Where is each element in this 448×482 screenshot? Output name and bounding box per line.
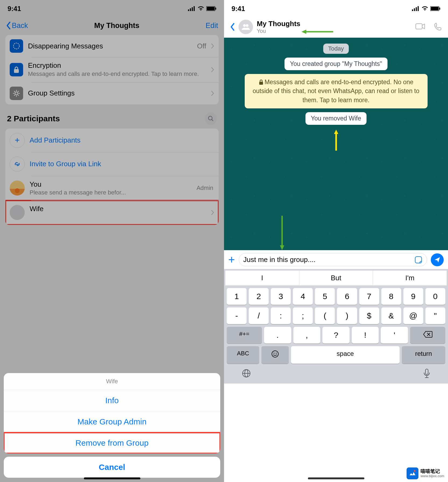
svg-rect-14: [416, 7, 417, 11]
key[interactable]: -: [227, 307, 247, 324]
svg-point-19: [243, 24, 246, 27]
key[interactable]: @: [403, 307, 423, 324]
wifi-icon: [421, 6, 428, 11]
key[interactable]: 2: [249, 288, 269, 305]
message-input-text: Just me in this group....: [243, 256, 316, 264]
chat-subtitle: You: [257, 28, 411, 34]
annotation-arrow-green-down: [279, 215, 285, 250]
svg-rect-17: [431, 7, 439, 10]
svg-point-37: [414, 470, 415, 472]
svg-rect-18: [439, 8, 440, 10]
keyboard-row: ABC space return: [225, 343, 447, 364]
keyboard-footer: [225, 364, 447, 381]
back-button[interactable]: [230, 23, 235, 31]
key[interactable]: .: [264, 327, 291, 343]
system-message-created: You created group "My Thoughts": [285, 58, 387, 70]
message-input[interactable]: Just me in this group....: [239, 253, 427, 266]
chat-title: My Thoughts: [257, 20, 411, 28]
action-sheet: Wife Info Make Group Admin Remove from G…: [0, 370, 224, 482]
suggestion[interactable]: I: [225, 271, 299, 285]
key-emoji[interactable]: [261, 346, 289, 364]
key[interactable]: ,: [293, 327, 321, 343]
group-icon: [241, 23, 250, 30]
key[interactable]: (: [315, 307, 335, 324]
send-icon: [434, 256, 441, 263]
key[interactable]: 0: [425, 288, 445, 305]
sheet-cancel-button[interactable]: Cancel: [4, 457, 220, 478]
battery-icon: [430, 6, 440, 11]
svg-rect-24: [259, 82, 263, 85]
key[interactable]: 8: [381, 288, 401, 305]
emoji-icon: [271, 350, 279, 358]
watermark-title: 嘻嘻笔记: [421, 469, 444, 474]
sticker-icon[interactable]: [414, 256, 422, 264]
suggestion[interactable]: I'm: [373, 271, 447, 285]
attach-button[interactable]: +: [228, 253, 235, 266]
svg-marker-26: [334, 130, 338, 134]
key-backspace[interactable]: [410, 327, 445, 343]
chat-area[interactable]: Today You created group "My Thoughts" Me…: [224, 38, 448, 250]
key[interactable]: 6: [337, 288, 357, 305]
sheet-info-button[interactable]: Info: [4, 390, 220, 411]
key[interactable]: /: [249, 307, 269, 324]
svg-marker-28: [280, 245, 284, 250]
date-pill: Today: [323, 44, 349, 54]
chat-header: My Thoughts You: [224, 16, 448, 38]
key[interactable]: ': [381, 327, 408, 343]
key[interactable]: 4: [293, 288, 313, 305]
group-avatar[interactable]: [239, 20, 253, 34]
key[interactable]: &: [381, 307, 401, 324]
svg-rect-29: [415, 257, 422, 263]
message-input-bar: + Just me in this group....: [224, 250, 448, 269]
home-indicator[interactable]: [308, 477, 364, 479]
key-abc[interactable]: ABC: [227, 346, 259, 364]
sheet-remove-button[interactable]: Remove from Group: [4, 433, 220, 453]
key[interactable]: :: [271, 307, 291, 324]
svg-rect-36: [425, 369, 428, 374]
watermark: 嘻嘻笔记 www.bijixx.com: [407, 467, 444, 479]
key[interactable]: 9: [403, 288, 423, 305]
dictation-button[interactable]: [423, 368, 431, 379]
chat-title-area[interactable]: My Thoughts You: [257, 20, 411, 34]
backspace-icon: [423, 331, 433, 338]
svg-point-32: [276, 353, 277, 354]
key[interactable]: 7: [359, 288, 379, 305]
key-return[interactable]: return: [402, 346, 445, 364]
key[interactable]: $: [359, 307, 379, 324]
home-indicator[interactable]: [84, 477, 140, 479]
key[interactable]: ;: [293, 307, 313, 324]
encryption-notice[interactable]: Messages and calls are end-to-end encryp…: [245, 74, 428, 108]
key[interactable]: 1: [227, 288, 247, 305]
key-symbols[interactable]: #+=: [227, 327, 262, 343]
send-button[interactable]: [431, 253, 444, 266]
key[interactable]: ): [337, 307, 357, 324]
keyboard-row: #+= . , ? ! ': [225, 327, 447, 343]
sheet-title: Wife: [4, 373, 220, 390]
audio-call-button[interactable]: [433, 23, 442, 31]
svg-rect-15: [418, 6, 419, 11]
suggestion[interactable]: But: [299, 271, 373, 285]
keyboard-row: - / : ; ( ) $ & @ ": [225, 307, 447, 324]
annotation-arrow-yellow: [334, 130, 338, 151]
key[interactable]: ?: [322, 327, 350, 343]
key[interactable]: 5: [315, 288, 335, 305]
keyboard-row: 1 2 3 4 5 6 7 8 9 0: [225, 288, 447, 305]
video-call-button[interactable]: [415, 23, 425, 30]
status-icons: [412, 6, 440, 11]
key[interactable]: ": [425, 307, 445, 324]
key-space[interactable]: space: [291, 346, 400, 364]
cellular-icon: [412, 6, 419, 11]
watermark-url: www.bijixx.com: [421, 474, 444, 478]
key[interactable]: !: [352, 327, 379, 343]
status-time: 9:41: [232, 5, 245, 13]
keyboard-suggestions: I But I'm: [225, 271, 447, 285]
svg-rect-12: [412, 9, 413, 11]
svg-point-31: [273, 353, 275, 354]
globe-button[interactable]: [241, 368, 251, 378]
svg-point-30: [272, 351, 278, 357]
status-bar: 9:41: [224, 0, 448, 16]
svg-point-20: [246, 24, 248, 27]
key[interactable]: 3: [271, 288, 291, 305]
sheet-make-admin-button[interactable]: Make Group Admin: [4, 411, 220, 433]
svg-rect-21: [416, 24, 422, 29]
